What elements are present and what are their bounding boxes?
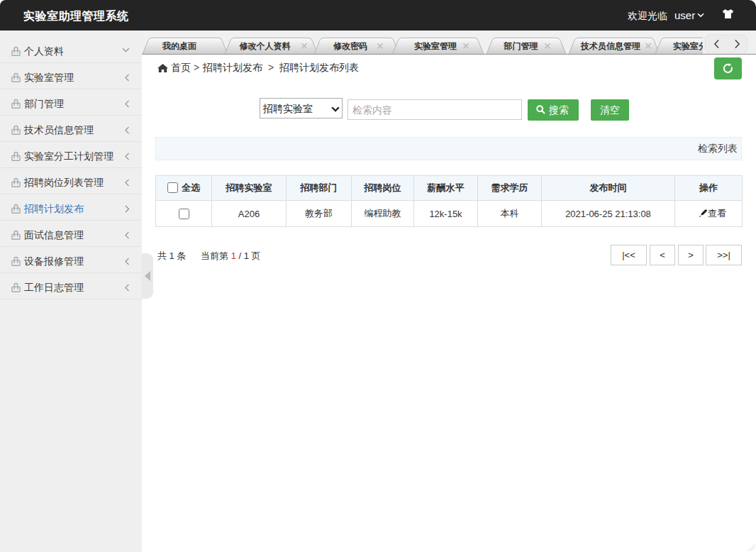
svg-text:技术员信息管理: 技术员信息管理 <box>580 41 640 51</box>
svg-text:实验室管理: 实验室管理 <box>414 41 457 51</box>
svg-text:我的桌面: 我的桌面 <box>162 41 196 51</box>
svg-text:部门管理: 部门管理 <box>504 41 538 51</box>
svg-text:修改个人资料: 修改个人资料 <box>239 41 291 51</box>
svg-text:修改密码: 修改密码 <box>333 41 367 51</box>
